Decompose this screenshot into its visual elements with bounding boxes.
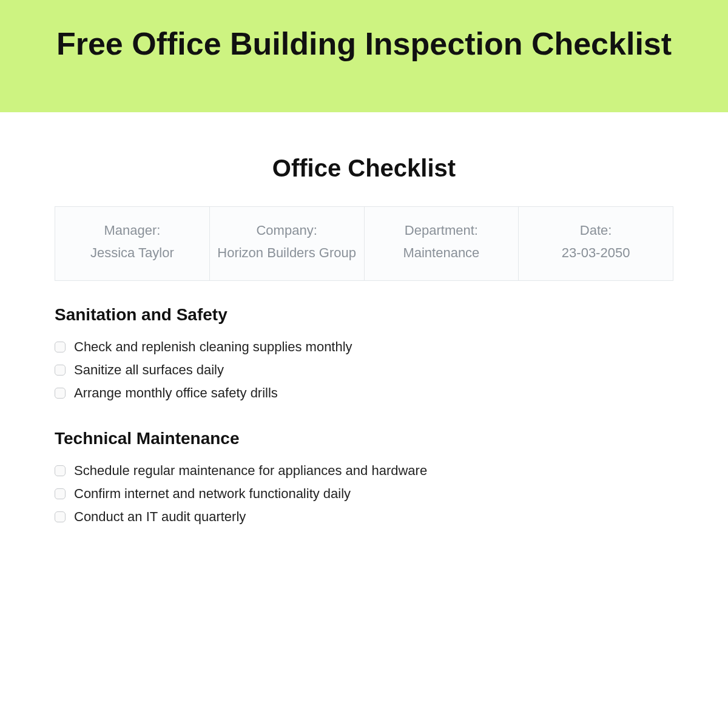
list-item-label: Conduct an IT audit quarterly <box>74 507 246 527</box>
section-heading: Sanitation and Safety <box>55 305 673 325</box>
list-item-label: Check and replenish cleaning supplies mo… <box>74 337 352 357</box>
info-value: Horizon Builders Group <box>216 241 358 264</box>
info-value: 23-03-2050 <box>525 241 667 264</box>
list-item-label: Schedule regular maintenance for applian… <box>74 460 427 481</box>
list-item: Conduct an IT audit quarterly <box>55 505 673 528</box>
checkbox-icon[interactable] <box>55 342 66 352</box>
list-item-label: Sanitize all surfaces daily <box>74 360 224 380</box>
banner: Free Office Building Inspection Checklis… <box>0 0 728 112</box>
info-cell-manager: Manager: Jessica Taylor <box>55 207 210 281</box>
list-item: Sanitize all surfaces daily <box>55 359 673 382</box>
info-label: Department: <box>371 219 513 241</box>
checklist: Check and replenish cleaning supplies mo… <box>55 335 673 405</box>
document-body: Office Checklist Manager: Jessica Taylor… <box>0 112 728 528</box>
info-table: Manager: Jessica Taylor Company: Horizon… <box>55 206 673 281</box>
list-item: Confirm internet and network functionali… <box>55 482 673 505</box>
checkbox-icon[interactable] <box>55 465 66 476</box>
info-label: Company: <box>216 219 358 241</box>
checklist: Schedule regular maintenance for applian… <box>55 459 673 528</box>
banner-title: Free Office Building Inspection Checklis… <box>36 24 692 64</box>
list-item: Schedule regular maintenance for applian… <box>55 459 673 482</box>
checkbox-icon[interactable] <box>55 365 66 376</box>
info-value: Maintenance <box>371 241 513 264</box>
list-item-label: Arrange monthly office safety drills <box>74 383 278 403</box>
list-item: Check and replenish cleaning supplies mo… <box>55 335 673 359</box>
section-technical: Technical Maintenance Schedule regular m… <box>55 429 673 528</box>
info-label: Date: <box>525 219 667 241</box>
section-heading: Technical Maintenance <box>55 429 673 448</box>
info-cell-company: Company: Horizon Builders Group <box>209 207 364 281</box>
checkbox-icon[interactable] <box>55 488 66 499</box>
list-item: Arrange monthly office safety drills <box>55 382 673 405</box>
info-cell-department: Department: Maintenance <box>364 207 519 281</box>
document-title: Office Checklist <box>55 155 673 182</box>
info-value: Jessica Taylor <box>61 241 203 264</box>
checkbox-icon[interactable] <box>55 511 66 522</box>
checkbox-icon[interactable] <box>55 388 66 399</box>
info-cell-date: Date: 23-03-2050 <box>519 207 673 281</box>
list-item-label: Confirm internet and network functionali… <box>74 484 351 504</box>
info-label: Manager: <box>61 219 203 241</box>
section-sanitation: Sanitation and Safety Check and replenis… <box>55 305 673 405</box>
